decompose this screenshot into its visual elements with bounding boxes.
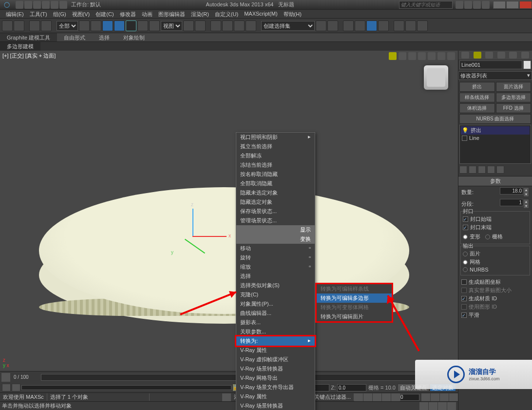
ribbon-tab-freeform[interactable]: 自由形式 [57,33,92,41]
named-sel-set[interactable]: 创建选择集 [261,21,315,31]
z-coord-input[interactable] [337,384,366,391]
ctx-hide-sel[interactable]: 隐藏选定对象 [236,197,315,207]
panel-hierarchy-icon[interactable] [485,52,493,59]
mod-patchsel-button[interactable]: 面片选择 [496,82,532,92]
ctx-unfreeze-all[interactable]: 全部解冻 [236,151,315,160]
title-icon[interactable] [473,1,481,9]
mod-splinesel-button[interactable]: 样条线选择 [459,93,495,102]
goto-end-icon[interactable] [391,393,400,401]
menu-render[interactable]: 渲染(R) [188,10,212,18]
curve-editor-button[interactable] [355,20,365,31]
menu-graph[interactable]: 图形编辑器 [155,10,188,18]
ctx-vray-vfb[interactable]: V-Ray 虚拟帧缓冲区 [236,355,315,364]
stack-line[interactable]: Line [461,135,530,141]
ctx-dope-sheet[interactable]: 摄影表... [236,318,315,327]
stack-config-icon[interactable] [496,166,504,174]
ribbon-tab-selection[interactable]: 选择 [92,33,116,41]
ref-coord-system[interactable]: 视图 [161,21,182,31]
ctx-vray-scene-export[interactable]: V-Ray 场景文件导出器 [236,383,315,392]
ctx-scale[interactable]: 缩放▫ [236,262,315,272]
prev-key-icon[interactable] [12,384,20,391]
modifier-list-dropdown[interactable]: 修改器列表▾ [458,71,532,80]
maximize-button[interactable] [506,1,519,9]
undo-button[interactable] [2,20,13,31]
output-nurbs-radio[interactable]: NURBS [463,266,528,273]
menu-animation[interactable]: 动画 [139,10,155,18]
align-button[interactable] [327,20,338,31]
timeline-config-icon[interactable] [1,373,10,382]
ctx-convert-editable-poly[interactable]: 转换为可编辑多边形 [317,293,392,303]
unlink-button[interactable] [41,20,52,31]
title-icon[interactable] [456,1,463,9]
object-color-swatch[interactable] [523,60,531,69]
cap-grid-radio[interactable]: 栅格 [485,233,503,241]
ctx-select-similar[interactable]: 选择类似对象(S) [236,281,315,290]
ctx-vray-mesh-export[interactable]: V-Ray 网格导出 [236,373,315,383]
menu-group[interactable]: 组(G) [50,10,69,18]
ribbon-tab-graphite[interactable]: Graphite 建模工具 [0,33,57,41]
spinner-snap-button[interactable] [246,20,256,31]
stack-pin-icon[interactable] [459,166,467,174]
use-shape-id-checkbox[interactable]: 使用图形 ID [461,303,529,311]
render-setup-button[interactable] [394,20,404,31]
panel-motion-icon[interactable] [497,52,505,59]
ctx-isolate[interactable]: 孤立当前选择 [236,142,315,151]
ctx-hide-unsel[interactable]: 隐藏未选定对象 [236,188,315,197]
qat-btn[interactable] [24,1,32,9]
menu-create[interactable]: 创建(C) [93,10,116,18]
output-mesh-radio[interactable]: 网格 [463,258,528,266]
rotate-button[interactable] [137,20,148,31]
mod-extrude-button[interactable]: 挤出 [459,82,495,92]
ctx-vray-scene-conv2[interactable]: V-Ray 场景转换器 [236,401,315,410]
menu-customize[interactable]: 自定义(U) [212,10,241,18]
qat-btn[interactable] [51,1,58,9]
workspace-label[interactable]: 工作台: 默认 [71,1,101,8]
minimize-button[interactable] [493,1,506,9]
ctx-vray-scene-conv[interactable]: V-Ray 场景转换器 [236,364,315,373]
menu-modifiers[interactable]: 修改器 [117,10,139,18]
vp-max-icon[interactable] [447,52,455,60]
prev-frame-icon[interactable] [363,393,372,401]
nav-fov-icon[interactable] [449,393,458,401]
ctx-unhide-all[interactable]: 全部取消隐藏 [236,179,315,188]
selection-filter[interactable]: 全部 [57,21,78,31]
title-icon[interactable] [482,1,490,9]
ctx-unhide-by-name[interactable]: 按名称取消隐藏 [236,170,315,179]
title-icon[interactable] [464,1,472,9]
gen-map-checkbox[interactable]: 生成贴图坐标 [461,278,529,286]
redo-button[interactable] [14,20,24,31]
output-patch-radio[interactable]: 面片 [463,250,528,258]
real-world-checkbox[interactable]: 真实世界贴图大小 [461,286,529,294]
stack-remove-icon[interactable] [487,166,495,174]
link-button[interactable] [29,20,40,31]
spinner-up-icon[interactable]: ▴▾ [523,187,529,197]
time-slider[interactable]: 0 / 100 [0,371,458,383]
current-frame-input[interactable] [400,394,419,401]
ctx-convert-mesh[interactable]: 转换为可变形体网格 [317,303,392,312]
nav-maximize-icon[interactable] [438,402,447,410]
percent-snap-button[interactable] [234,20,245,31]
key-mode-icon[interactable] [2,384,11,391]
ctx-freeze-sel[interactable]: 冻结当前选择 [236,160,315,170]
params-rollout-header[interactable]: 参数 [458,176,532,186]
close-button[interactable] [519,1,532,9]
pivot-button[interactable] [183,20,194,31]
help-search-input[interactable] [399,1,453,9]
ctx-convert-patch[interactable]: 转换为可编辑面片 [317,312,392,321]
panel-create-icon[interactable] [461,52,469,59]
ctx-rotate[interactable]: 旋转▫ [236,253,315,262]
ribbon-tab-paint[interactable]: 对象绘制 [116,33,152,41]
ribbon-panel-polymodel[interactable]: 多边形建模 [0,42,40,51]
schematic-button[interactable] [366,20,377,31]
menu-help[interactable]: 帮助(H) [281,10,304,18]
scale-button[interactable] [149,20,160,31]
play-icon[interactable] [373,393,381,401]
ctx-manage-state[interactable]: 管理场景状态... [236,216,315,225]
cap-start-checkbox[interactable]: 封口始端 [463,215,528,223]
nav-orbit-icon[interactable] [429,402,437,410]
key-filter-button[interactable]: 关键点过滤器... [311,393,354,401]
qat-btn[interactable] [33,1,41,9]
panel-modify-icon[interactable] [474,52,481,59]
cap-morph-radio[interactable]: 变形 [463,233,480,241]
viewport-label[interactable]: [+] [正交] [真实 + 边面] [2,52,56,59]
